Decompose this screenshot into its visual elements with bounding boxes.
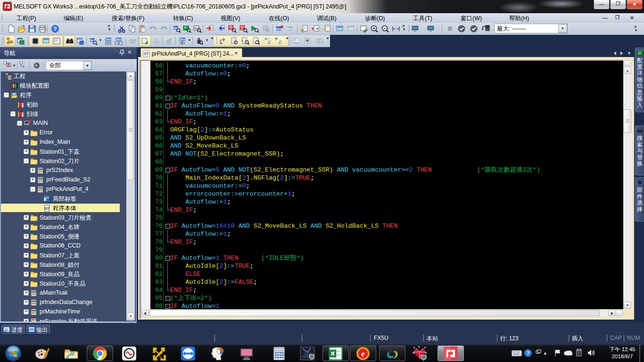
- svg-text:Dev: Dev: [116, 38, 122, 41]
- svg-text:ST: ST: [39, 178, 42, 180]
- svg-text:ST: ST: [33, 291, 35, 293]
- svg-text:Dev: Dev: [173, 26, 179, 30]
- svg-text:Dev: Dev: [89, 39, 95, 42]
- svg-text:#-: #-: [268, 41, 271, 45]
- svg-text:Dev: Dev: [180, 38, 185, 41]
- svg-text:ST: ST: [33, 310, 35, 312]
- svg-text:Dev: Dev: [106, 38, 111, 41]
- svg-text:#-: #-: [279, 41, 282, 45]
- svg-text:?: ?: [54, 26, 57, 32]
- svg-text:ST: ST: [33, 300, 35, 303]
- svg-text:ST: ST: [144, 51, 149, 56]
- svg-text:ST: ST: [45, 207, 50, 210]
- svg-text:e: e: [361, 349, 365, 358]
- svg-text:O: O: [156, 41, 159, 45]
- svg-text:ST: ST: [39, 187, 42, 189]
- svg-text:ST: ST: [39, 168, 42, 171]
- svg-text:Dev: Dev: [287, 27, 294, 31]
